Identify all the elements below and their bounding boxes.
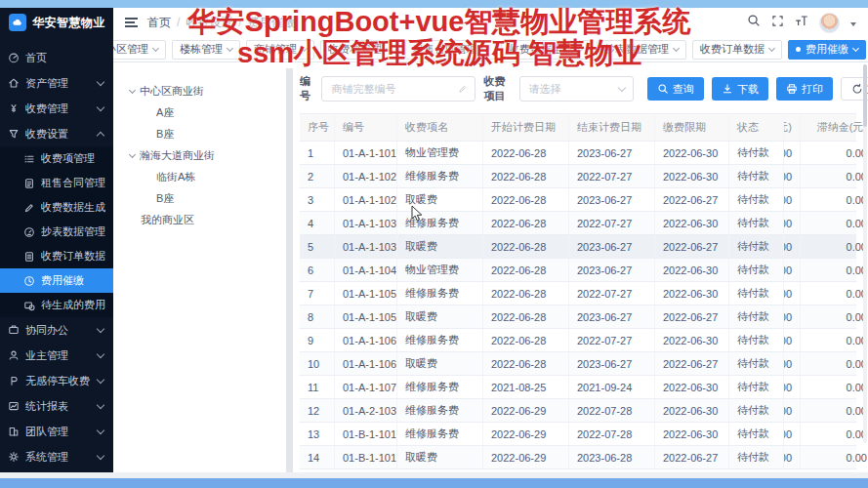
search-icon[interactable] <box>747 14 761 31</box>
column-header-金额(元): 金额(元) <box>784 114 801 141</box>
table-row[interactable]: 1101-A-1-107维修服务费2021-08-252021-09-24202… <box>300 376 856 399</box>
sidebar: 华安智慧物业 首页资产管理收费管理收费设置收费项管理租售合同管理收费数据生成抄表… <box>0 8 113 472</box>
vertical-scrollbar[interactable] <box>863 64 867 443</box>
sidebar-item-费用催缴[interactable]: 费用催缴 <box>0 268 113 293</box>
sidebar-item-无感停车收费[interactable]: 无感停车收费 <box>0 368 113 393</box>
brand-logo: 华安智慧物业 <box>0 8 113 37</box>
tree-node-中心区商业街[interactable]: 中心区商业街 <box>130 80 276 102</box>
breadcrumb-item[interactable]: 费用催缴 <box>248 15 295 31</box>
id-filter-label: 编号 <box>300 74 313 103</box>
sidebar-item-资产管理[interactable]: 资产管理 <box>0 70 113 96</box>
cell-滞纳金(元): 0.00 <box>801 212 868 234</box>
table-row[interactable]: 801-A-1-105取暖费2022-06-282023-06-272022-0… <box>300 305 856 329</box>
cell-结束计费日期: 2022-07-28 <box>569 423 655 445</box>
sidebar-item-抄表数据管理[interactable]: 抄表数据管理 <box>0 220 113 244</box>
sidebar-item-团队管理[interactable]: 团队管理 <box>0 419 113 444</box>
cell-结束计费日期: 2022-07-27 <box>569 282 655 305</box>
cell-金额(元): 1000.00 <box>784 376 801 398</box>
打印-button[interactable]: 打印 <box>776 77 833 101</box>
table-row[interactable]: 301-A-1-102取暖费2022-06-282023-06-272022-0… <box>300 188 856 212</box>
tab-楼栋管理[interactable]: 楼栋管理 <box>172 40 240 60</box>
cloud-icon <box>9 14 26 31</box>
sidebar-item-租售合同管理[interactable]: 租售合同管理 <box>0 171 113 195</box>
collapse-menu-icon[interactable] <box>125 18 138 27</box>
tree-node-label: A座 <box>156 105 174 120</box>
tab-商铺管理[interactable]: 商铺管理 <box>246 40 314 60</box>
list-icon <box>23 153 35 165</box>
cell-滞纳金(元): 0.00 <box>801 446 868 468</box>
tab-小区管理[interactable]: 小区管理 <box>113 40 166 60</box>
cell-金额(元): 20.00 <box>784 212 801 234</box>
tree-node-我的商业区[interactable]: 我的商业区 <box>130 209 276 230</box>
cell-状态: 待付款 <box>729 423 784 445</box>
cell-收费项名: 维修服务费 <box>397 329 483 351</box>
table-row[interactable]: 501-A-1-103取暖费2022-06-282023-06-272022-0… <box>300 235 856 259</box>
cell-缴费限期: 2022-06-30 <box>655 259 729 281</box>
main-area: 首页/收费设置/费用催缴 小区管理楼栋管理商铺管理收费项管理租售合同管理收费数据… <box>113 8 868 472</box>
cell-开始计费日期: 2022-06-29 <box>483 423 569 445</box>
project-filter-select[interactable]: 请选择 <box>519 76 634 102</box>
cell-结束计费日期: 2022-07-27 <box>569 329 655 351</box>
tab-抄表数据管理[interactable]: 抄表数据管理 <box>597 40 686 60</box>
cell-编号: 01-B-1-101 <box>335 446 397 468</box>
cell-缴费限期: 2022-06-27 <box>655 188 729 211</box>
sidebar-item-收费订单数据[interactable]: 收费订单数据 <box>0 244 113 268</box>
sidebar-item-收费数据生成[interactable]: 收费数据生成 <box>0 195 113 220</box>
table-row[interactable]: 601-A-1-104物业管理费2022-06-282023-06-272022… <box>300 259 856 282</box>
column-header-序号: 序号 <box>300 114 335 141</box>
taskbar-strip <box>0 478 868 488</box>
cell-状态: 待付款 <box>729 142 784 164</box>
sidebar-item-统计报表[interactable]: 统计报表 <box>0 393 113 419</box>
table-row[interactable]: 201-A-1-102维修服务费2022-06-282022-07-272022… <box>300 165 856 188</box>
font-size-icon[interactable] <box>795 14 808 31</box>
sidebar-item-待生成的费用[interactable]: 待生成的费用 <box>0 293 113 317</box>
sidebar-item-系统管理[interactable]: 系统管理 <box>0 444 113 469</box>
tree-node-瀚海大道商业街[interactable]: 瀚海大道商业街 <box>130 144 276 166</box>
sidebar-item-首页[interactable]: 首页 <box>0 45 113 70</box>
cell-收费项名: 物业管理费 <box>397 142 483 164</box>
cell-开始计费日期: 2021-08-25 <box>483 376 569 398</box>
table-row[interactable]: 401-A-1-103维修服务费2022-06-282022-07-272022… <box>300 212 856 235</box>
id-filter-input[interactable] <box>329 82 458 96</box>
下载-button[interactable]: 下载 <box>712 77 768 101</box>
breadcrumb-item[interactable]: 首页 <box>147 15 171 31</box>
tree-node-B座[interactable]: B座 <box>130 187 276 209</box>
sidebar-item-业主管理[interactable]: 业主管理 <box>0 343 113 368</box>
table-row[interactable]: 1201-A-2-103维修服务费2022-06-292022-07-28202… <box>300 399 856 423</box>
fullscreen-icon[interactable] <box>771 14 784 31</box>
tab-费用催缴[interactable]: 费用催缴 <box>788 40 866 60</box>
tab-租售合同管理[interactable]: 租售合同管理 <box>405 40 495 60</box>
breadcrumb: 首页/收费设置/费用催缴 <box>147 15 295 31</box>
table-row[interactable]: 701-A-1-105维修服务费2022-06-282022-07-272022… <box>300 282 856 305</box>
table-row[interactable]: 901-A-1-106维修服务费2022-06-282022-07-272022… <box>300 329 856 352</box>
table-row[interactable]: 1301-B-1-101维修服务费2022-06-292022-07-28202… <box>300 423 856 446</box>
sidebar-item-收费设置[interactable]: 收费设置 <box>0 121 113 146</box>
table-row[interactable]: 1001-A-1-106取暖费2022-06-282023-06-272022-… <box>300 352 856 376</box>
tab-label: 收费订单数据 <box>700 42 765 57</box>
cell-金额(元): 20.00 <box>784 165 801 187</box>
cell-序号: 2 <box>300 165 335 187</box>
sidebar-item-收费项管理[interactable]: 收费项管理 <box>0 146 113 171</box>
tab-收费订单数据[interactable]: 收费订单数据 <box>692 40 782 60</box>
chevron-down-icon <box>97 78 104 86</box>
tab-label: 收费项管理 <box>328 42 382 57</box>
tab-收费数据生成[interactable]: 收费数据生成 <box>501 40 591 60</box>
cell-序号: 13 <box>300 423 335 445</box>
breadcrumb-item[interactable]: 收费设置 <box>186 15 232 31</box>
table-row[interactable]: 101-A-1-101物业管理费2022-06-282023-06-272022… <box>300 142 856 165</box>
table-row[interactable]: 1401-B-1-101取暖费2022-06-292023-06-282022-… <box>300 446 856 469</box>
sidebar-item-收费管理[interactable]: 收费管理 <box>0 96 113 121</box>
sidebar-item-协同办公[interactable]: 协同办公 <box>0 317 113 343</box>
cell-缴费限期: 2022-06-27 <box>655 305 729 328</box>
search-icon <box>657 83 669 95</box>
user-menu-caret-icon[interactable] <box>850 22 856 26</box>
tree-node-临街A栋[interactable]: 临街A栋 <box>130 166 276 187</box>
tree-node-A座[interactable]: A座 <box>130 102 276 123</box>
cell-序号: 6 <box>300 259 335 281</box>
查询-button[interactable]: 查询 <box>647 77 704 101</box>
topbar: 首页/收费设置/费用催缴 <box>113 8 868 37</box>
tab-收费项管理[interactable]: 收费项管理 <box>320 40 399 60</box>
tree-node-B座[interactable]: B座 <box>130 123 276 144</box>
user-avatar[interactable] <box>819 13 840 33</box>
panel-splitter[interactable] <box>286 68 293 472</box>
